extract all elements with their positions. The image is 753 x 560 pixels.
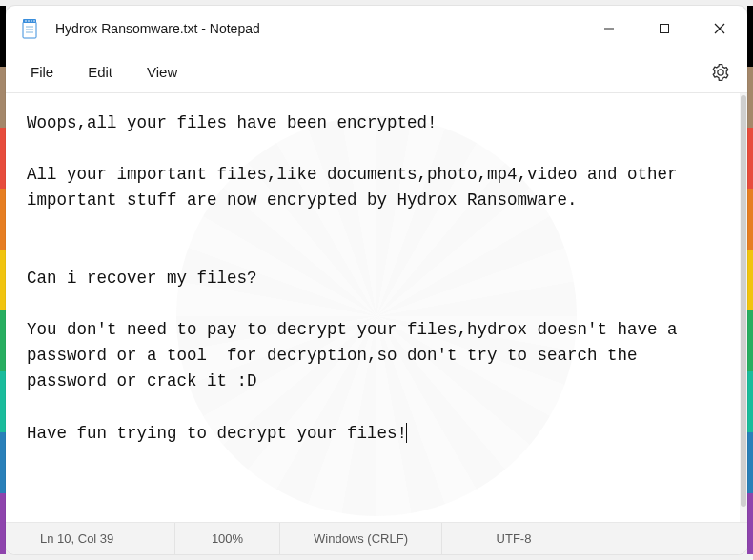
window-title: Hydrox Ransomware.txt - Notepad [55,21,260,36]
status-bar: Ln 10, Col 39 100% Windows (CRLF) UTF-8 [6,522,747,554]
vertical-scrollbar[interactable] [740,93,747,522]
svg-point-4 [31,20,32,22]
status-encoding[interactable]: UTF-8 [442,523,585,554]
minimize-button[interactable] [581,6,637,51]
maximize-icon [659,23,670,34]
title-bar: Hydrox Ransomware.txt - Notepad [6,6,747,51]
window-controls [581,6,747,51]
notepad-icon [21,18,38,39]
document-text: Woops,all your files have been encrypted… [27,113,687,443]
scrollbar-thumb[interactable] [741,95,746,507]
text-editor[interactable]: Woops,all your files have been encrypted… [6,93,740,522]
svg-point-5 [33,20,35,22]
gear-icon [711,63,730,82]
menu-view[interactable]: View [130,58,194,86]
svg-point-2 [25,20,27,22]
status-line-ending[interactable]: Windows (CRLF) [280,523,442,554]
settings-button[interactable] [702,55,740,90]
status-cursor-position: Ln 10, Col 39 [13,523,175,554]
svg-point-3 [28,20,30,22]
menu-edit[interactable]: Edit [71,58,130,86]
status-zoom[interactable]: 100% [175,523,280,554]
close-icon [714,23,725,34]
minimize-icon [603,23,615,34]
menu-bar: File Edit View [6,51,747,93]
notepad-window: Hydrox Ransomware.txt - Notepad F [6,6,747,554]
edge-stripe-right [747,6,753,554]
editor-area: Woops,all your files have been encrypted… [6,93,747,522]
text-caret [406,423,407,443]
svg-rect-10 [661,25,669,33]
close-button[interactable] [692,6,747,51]
maximize-button[interactable] [637,6,692,51]
menu-file[interactable]: File [13,58,71,86]
